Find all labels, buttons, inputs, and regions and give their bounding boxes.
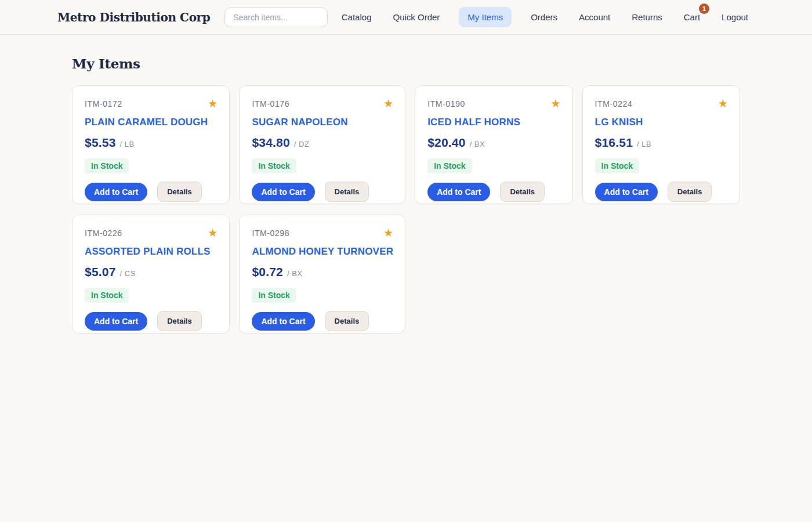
details-button[interactable]: Details (325, 182, 369, 202)
product-name-link[interactable]: PLAIN CARAMEL DOUGH (85, 117, 217, 128)
stock-badge: In Stock (85, 288, 129, 303)
nav-item-orders[interactable]: Orders (531, 12, 557, 22)
nav-item-logout[interactable]: Logout (722, 12, 748, 22)
stock-badge: In Stock (252, 288, 296, 303)
price-row: $5.07 / CS (85, 265, 217, 279)
product-name-link[interactable]: ALMOND HONEY TURNOVER (252, 246, 393, 258)
item-code: ITM-0226 (85, 229, 122, 238)
product-name-link[interactable]: ASSORTED PLAIN ROLLS (85, 246, 217, 258)
add-to-cart-button[interactable]: Add to Cart (427, 183, 490, 201)
product-price: $16.51 (595, 136, 633, 150)
card-header-row: ITM-0172 ★ (85, 98, 217, 109)
price-row: $20.40 / BX (427, 136, 560, 150)
stock-badge: In Stock (427, 158, 472, 173)
product-grid: ITM-0172 ★ PLAIN CARAMEL DOUGH $5.53 / L… (72, 85, 740, 334)
nav-item-my-items[interactable]: My Items (459, 7, 512, 27)
product-card: ITM-0226 ★ ASSORTED PLAIN ROLLS $5.07 / … (72, 215, 230, 334)
stock-row: In Stock (85, 288, 217, 303)
product-card: ITM-0176 ★ SUGAR NAPOLEON $34.80 / DZ In… (239, 85, 405, 204)
product-price: $5.53 (85, 136, 116, 150)
card-actions: Add to Cart Details (427, 182, 560, 202)
price-row: $16.51 / LB (595, 136, 728, 150)
stock-badge: In Stock (595, 158, 639, 173)
add-to-cart-button[interactable]: Add to Cart (85, 183, 147, 201)
stock-row: In Stock (252, 288, 393, 303)
stock-row: In Stock (252, 158, 393, 173)
item-code: ITM-0172 (85, 99, 122, 108)
favorite-star-icon[interactable]: ★ (718, 98, 728, 109)
product-card: ITM-0298 ★ ALMOND HONEY TURNOVER $0.72 /… (239, 215, 405, 334)
card-header-row: ITM-0176 ★ (252, 98, 393, 109)
card-header-row: ITM-0224 ★ (595, 98, 728, 109)
price-row: $5.53 / LB (85, 136, 217, 150)
product-unit: / LB (120, 140, 135, 148)
details-button[interactable]: Details (157, 311, 202, 331)
favorite-star-icon[interactable]: ★ (383, 227, 393, 238)
top-navigation-bar: Metro Distribution Corp Catalog Quick Or… (0, 0, 812, 35)
page-title: My Items (72, 56, 740, 71)
price-row: $34.80 / DZ (252, 136, 393, 150)
product-name-link[interactable]: ICED HALF HORNS (427, 117, 560, 128)
card-actions: Add to Cart Details (595, 182, 728, 202)
card-header-row: ITM-0226 ★ (85, 227, 217, 238)
add-to-cart-button[interactable]: Add to Cart (252, 312, 314, 331)
add-to-cart-button[interactable]: Add to Cart (85, 312, 147, 331)
add-to-cart-button[interactable]: Add to Cart (252, 183, 314, 201)
details-button[interactable]: Details (668, 182, 712, 202)
card-header-row: ITM-0190 ★ (427, 98, 560, 109)
card-actions: Add to Cart Details (252, 182, 393, 202)
product-price: $34.80 (252, 136, 289, 150)
product-name-link[interactable]: SUGAR NAPOLEON (252, 117, 393, 128)
product-unit: / BX (470, 140, 485, 148)
product-price: $0.72 (252, 265, 283, 279)
stock-row: In Stock (595, 158, 728, 173)
card-actions: Add to Cart Details (85, 182, 217, 202)
stock-row: In Stock (85, 158, 217, 173)
item-code: ITM-0224 (595, 99, 633, 108)
nav-menu: Catalog Quick Order My Items Orders Acco… (342, 7, 748, 27)
product-card: ITM-0172 ★ PLAIN CARAMEL DOUGH $5.53 / L… (72, 85, 230, 204)
card-actions: Add to Cart Details (85, 311, 217, 331)
favorite-star-icon[interactable]: ★ (551, 98, 561, 109)
nav-item-cart-label: Cart (684, 12, 700, 22)
nav-item-catalog[interactable]: Catalog (342, 12, 372, 22)
nav-item-quick-order[interactable]: Quick Order (393, 12, 440, 22)
nav-item-cart[interactable]: Cart 1 (684, 12, 700, 22)
details-button[interactable]: Details (325, 311, 369, 331)
product-price: $5.07 (85, 265, 116, 279)
product-unit: / LB (637, 140, 651, 148)
brand-logo: Metro Distribution Corp (57, 10, 210, 24)
item-code: ITM-0176 (252, 99, 289, 108)
item-code: ITM-0298 (252, 229, 289, 238)
product-unit: / BX (287, 269, 303, 278)
product-card: ITM-0190 ★ ICED HALF HORNS $20.40 / BX I… (415, 85, 572, 204)
favorite-star-icon[interactable]: ★ (208, 98, 217, 109)
nav-item-returns[interactable]: Returns (632, 12, 662, 22)
favorite-star-icon[interactable]: ★ (208, 227, 217, 238)
main-content: My Items ITM-0172 ★ PLAIN CARAMEL DOUGH … (0, 35, 812, 334)
product-price: $20.40 (427, 136, 465, 150)
nav-item-account[interactable]: Account (579, 12, 610, 22)
product-name-link[interactable]: LG KNISH (595, 117, 728, 128)
favorite-star-icon[interactable]: ★ (383, 98, 393, 109)
stock-badge: In Stock (252, 158, 296, 173)
product-unit: / CS (120, 269, 136, 278)
card-header-row: ITM-0298 ★ (252, 227, 393, 238)
stock-badge: In Stock (85, 158, 129, 173)
details-button[interactable]: Details (157, 182, 202, 202)
item-code: ITM-0190 (427, 99, 465, 108)
cart-count-badge: 1 (699, 3, 709, 14)
stock-row: In Stock (427, 158, 560, 173)
search-input[interactable] (224, 8, 328, 27)
price-row: $0.72 / BX (252, 265, 393, 279)
card-actions: Add to Cart Details (252, 311, 393, 331)
add-to-cart-button[interactable]: Add to Cart (595, 183, 658, 201)
details-button[interactable]: Details (500, 182, 545, 202)
product-card: ITM-0224 ★ LG KNISH $16.51 / LB In Stock… (582, 85, 740, 204)
product-unit: / DZ (294, 140, 310, 148)
